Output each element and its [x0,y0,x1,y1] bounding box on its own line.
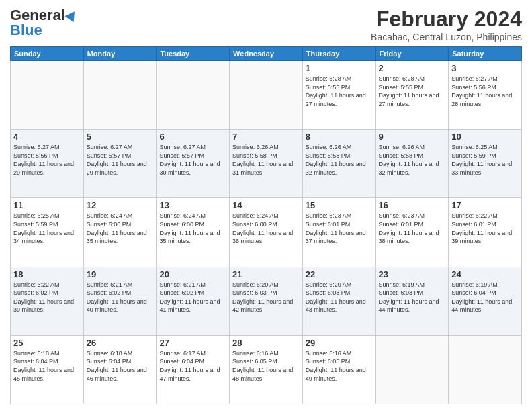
day-info: Sunrise: 6:16 AM Sunset: 6:05 PM Dayligh… [232,349,300,383]
day-number: 21 [232,269,300,279]
day-number: 9 [379,132,446,142]
day-number: 24 [451,269,519,279]
calendar-table: Sunday Monday Tuesday Wednesday Thursday… [10,46,522,404]
day-info: Sunrise: 6:25 AM Sunset: 5:59 PM Dayligh… [13,212,81,245]
table-row: 18Sunrise: 6:22 AM Sunset: 6:02 PM Dayli… [11,267,84,335]
table-row: 20Sunrise: 6:21 AM Sunset: 6:02 PM Dayli… [157,267,230,335]
day-number: 1 [306,63,373,73]
day-number: 3 [451,63,519,73]
table-row: 12Sunrise: 6:24 AM Sunset: 6:00 PM Dayli… [83,198,157,267]
day-number: 15 [306,200,373,210]
day-number: 27 [159,338,226,348]
table-row: 24Sunrise: 6:19 AM Sunset: 6:04 PM Dayli… [449,267,522,335]
day-number: 7 [232,132,300,142]
table-row: 27Sunrise: 6:17 AM Sunset: 6:04 PM Dayli… [157,335,230,404]
day-info: Sunrise: 6:21 AM Sunset: 6:02 PM Dayligh… [87,281,154,314]
logo: General Blue [10,7,77,39]
day-info: Sunrise: 6:26 AM Sunset: 5:58 PM Dayligh… [232,143,300,177]
day-info: Sunrise: 6:16 AM Sunset: 6:05 PM Dayligh… [306,349,373,383]
header: General Blue February 2024 Bacabac, Cent… [10,7,522,42]
table-row: 11Sunrise: 6:25 AM Sunset: 5:59 PM Dayli… [11,198,84,267]
page: General Blue February 2024 Bacabac, Cent… [0,0,532,411]
table-row: 9Sunrise: 6:26 AM Sunset: 5:58 PM Daylig… [375,130,449,198]
day-info: Sunrise: 6:17 AM Sunset: 6:04 PM Dayligh… [159,349,226,383]
table-row: 10Sunrise: 6:25 AM Sunset: 5:59 PM Dayli… [449,130,522,198]
table-row: 23Sunrise: 6:19 AM Sunset: 6:03 PM Dayli… [375,267,449,335]
table-row: 1Sunrise: 6:28 AM Sunset: 5:55 PM Daylig… [302,61,375,130]
table-row: 26Sunrise: 6:18 AM Sunset: 6:04 PM Dayli… [83,335,157,404]
day-number: 8 [306,132,373,142]
day-info: Sunrise: 6:22 AM Sunset: 6:02 PM Dayligh… [13,281,81,314]
table-row: 5Sunrise: 6:27 AM Sunset: 5:57 PM Daylig… [83,130,157,198]
day-info: Sunrise: 6:28 AM Sunset: 5:55 PM Dayligh… [306,75,373,108]
col-thursday: Thursday [302,47,375,61]
day-number: 12 [87,200,154,210]
col-wednesday: Wednesday [230,47,303,61]
calendar-subtitle: Bacabac, Central Luzon, Philippines [371,32,522,42]
table-row: 19Sunrise: 6:21 AM Sunset: 6:02 PM Dayli… [83,267,157,335]
day-number: 17 [451,200,519,210]
col-sunday: Sunday [11,47,84,61]
title-area: February 2024 Bacabac, Central Luzon, Ph… [371,7,522,42]
table-row: 17Sunrise: 6:22 AM Sunset: 6:01 PM Dayli… [449,198,522,267]
table-row [230,61,303,130]
day-info: Sunrise: 6:23 AM Sunset: 6:01 PM Dayligh… [306,212,373,245]
calendar-header-row: Sunday Monday Tuesday Wednesday Thursday… [11,47,522,61]
table-row: 28Sunrise: 6:16 AM Sunset: 6:05 PM Dayli… [230,335,303,404]
day-info: Sunrise: 6:27 AM Sunset: 5:56 PM Dayligh… [13,143,81,177]
day-number: 29 [306,338,373,348]
logo-blue: Blue [10,21,42,39]
day-info: Sunrise: 6:26 AM Sunset: 5:58 PM Dayligh… [306,143,373,177]
col-tuesday: Tuesday [157,47,230,61]
day-info: Sunrise: 6:27 AM Sunset: 5:56 PM Dayligh… [451,75,519,108]
table-row: 4Sunrise: 6:27 AM Sunset: 5:56 PM Daylig… [11,130,84,198]
day-info: Sunrise: 6:28 AM Sunset: 5:55 PM Dayligh… [379,75,446,108]
day-number: 13 [159,200,226,210]
table-row: 13Sunrise: 6:24 AM Sunset: 6:00 PM Dayli… [157,198,230,267]
day-number: 23 [379,269,446,279]
calendar-week-row: 18Sunrise: 6:22 AM Sunset: 6:02 PM Dayli… [11,267,522,335]
calendar-title: February 2024 [371,7,522,32]
col-saturday: Saturday [449,47,522,61]
day-info: Sunrise: 6:19 AM Sunset: 6:03 PM Dayligh… [379,281,446,314]
day-number: 6 [159,132,226,142]
day-number: 22 [306,269,373,279]
table-row [157,61,230,130]
day-info: Sunrise: 6:18 AM Sunset: 6:04 PM Dayligh… [13,349,81,383]
day-number: 5 [87,132,154,142]
day-number: 4 [13,132,81,142]
day-info: Sunrise: 6:24 AM Sunset: 6:00 PM Dayligh… [232,212,300,245]
day-info: Sunrise: 6:25 AM Sunset: 5:59 PM Dayligh… [451,143,519,177]
col-friday: Friday [375,47,449,61]
logo-icon [64,9,79,23]
calendar-week-row: 1Sunrise: 6:28 AM Sunset: 5:55 PM Daylig… [11,61,522,130]
table-row: 2Sunrise: 6:28 AM Sunset: 5:55 PM Daylig… [375,61,449,130]
table-row: 7Sunrise: 6:26 AM Sunset: 5:58 PM Daylig… [230,130,303,198]
day-number: 10 [451,132,519,142]
day-number: 28 [232,338,300,348]
col-monday: Monday [83,47,157,61]
table-row [83,61,157,130]
table-row: 16Sunrise: 6:23 AM Sunset: 6:01 PM Dayli… [375,198,449,267]
day-number: 14 [232,200,300,210]
day-info: Sunrise: 6:19 AM Sunset: 6:04 PM Dayligh… [451,281,519,314]
table-row: 15Sunrise: 6:23 AM Sunset: 6:01 PM Dayli… [302,198,375,267]
day-info: Sunrise: 6:26 AM Sunset: 5:58 PM Dayligh… [379,143,446,177]
day-info: Sunrise: 6:27 AM Sunset: 5:57 PM Dayligh… [87,143,154,177]
day-info: Sunrise: 6:27 AM Sunset: 5:57 PM Dayligh… [159,143,226,177]
day-number: 19 [87,269,154,279]
table-row: 29Sunrise: 6:16 AM Sunset: 6:05 PM Dayli… [302,335,375,404]
table-row: 8Sunrise: 6:26 AM Sunset: 5:58 PM Daylig… [302,130,375,198]
calendar-week-row: 4Sunrise: 6:27 AM Sunset: 5:56 PM Daylig… [11,130,522,198]
table-row: 14Sunrise: 6:24 AM Sunset: 6:00 PM Dayli… [230,198,303,267]
day-number: 2 [379,63,446,73]
table-row: 6Sunrise: 6:27 AM Sunset: 5:57 PM Daylig… [157,130,230,198]
calendar-week-row: 11Sunrise: 6:25 AM Sunset: 5:59 PM Dayli… [11,198,522,267]
table-row: 3Sunrise: 6:27 AM Sunset: 5:56 PM Daylig… [449,61,522,130]
day-info: Sunrise: 6:23 AM Sunset: 6:01 PM Dayligh… [379,212,446,245]
table-row: 25Sunrise: 6:18 AM Sunset: 6:04 PM Dayli… [11,335,84,404]
calendar-week-row: 25Sunrise: 6:18 AM Sunset: 6:04 PM Dayli… [11,335,522,404]
table-row [375,335,449,404]
day-number: 16 [379,200,446,210]
day-info: Sunrise: 6:24 AM Sunset: 6:00 PM Dayligh… [87,212,154,245]
